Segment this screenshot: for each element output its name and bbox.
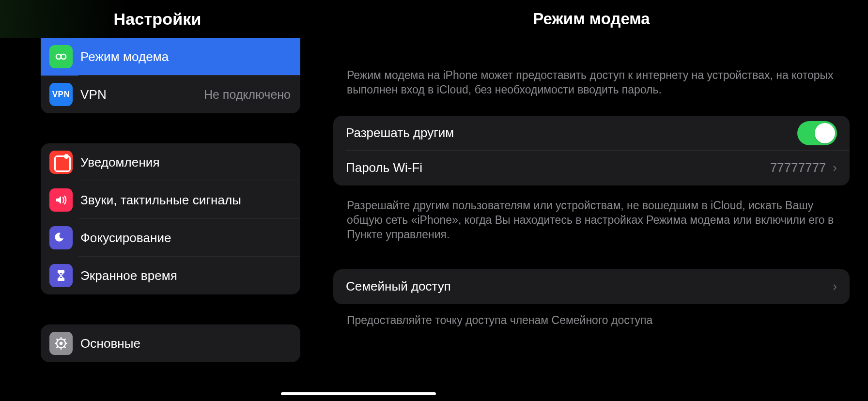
sidebar-item-label: Фокусирование <box>80 231 171 246</box>
svg-line-10 <box>64 339 66 340</box>
sidebar-item-focus[interactable]: Фокусирование <box>41 219 300 257</box>
sidebar-item-label: Уведомления <box>80 155 160 170</box>
hotspot-settings-group: Разрешать другим Пароль Wi-Fi 77777777 › <box>333 116 850 185</box>
sidebar-item-label: Режим модема <box>80 49 169 64</box>
sidebar-item-label: Экранное время <box>80 268 177 283</box>
svg-point-1 <box>61 54 66 59</box>
sidebar-group-general: Основные <box>41 324 300 362</box>
family-sharing-note: Предоставляйте точку доступа членам Семе… <box>333 304 850 327</box>
detail-pane: Режим модема Режим модема на iPhone може… <box>315 0 868 401</box>
chevron-right-icon: › <box>833 160 837 175</box>
chevron-right-icon: › <box>833 279 837 294</box>
sidebar: Настройки Режим модема VPN VPN Не подклю… <box>0 0 315 401</box>
svg-point-0 <box>56 54 61 59</box>
sidebar-item-label: Основные <box>80 336 140 351</box>
vpn-icon: VPN <box>49 83 73 106</box>
wifi-password-label: Пароль Wi-Fi <box>346 160 422 175</box>
svg-line-9 <box>64 347 66 348</box>
sidebar-item-notifications[interactable]: Уведомления <box>41 143 300 181</box>
sidebar-item-hotspot[interactable]: Режим модема <box>41 38 300 76</box>
sidebar-group-network: Режим модема VPN VPN Не подключено <box>41 38 300 113</box>
sidebar-item-vpn[interactable]: VPN VPN Не подключено <box>41 76 300 113</box>
hotspot-icon <box>49 45 73 68</box>
vpn-status: Не подключено <box>204 88 291 102</box>
allow-others-label: Разрешать другим <box>346 125 454 140</box>
wifi-password-value: 77777777 <box>770 160 826 175</box>
allow-others-toggle[interactable] <box>797 121 837 145</box>
sidebar-item-general[interactable]: Основные <box>41 324 300 362</box>
notifications-icon <box>49 151 73 174</box>
svg-line-8 <box>57 339 58 340</box>
sidebar-item-label: Звуки, тактильные сигналы <box>80 193 241 208</box>
hotspot-intro-text: Режим модема на iPhone может предоставит… <box>333 38 850 112</box>
sidebar-item-label: VPN <box>80 87 107 102</box>
general-icon <box>49 332 73 355</box>
allow-others-note: Разрешайте другим пользователям или устр… <box>333 185 850 242</box>
sidebar-header: Настройки <box>0 0 315 38</box>
sounds-icon <box>49 188 73 212</box>
sidebar-group-attention: Уведомления Звуки, тактильные сигналы Фо… <box>41 143 300 294</box>
detail-header: Режим модема <box>315 0 868 38</box>
row-allow-others[interactable]: Разрешать другим <box>333 116 850 151</box>
sidebar-scroll[interactable]: Режим модема VPN VPN Не подключено Уведо… <box>0 38 315 401</box>
sidebar-title: Настройки <box>113 10 201 29</box>
focus-icon <box>49 226 73 249</box>
family-sharing-label: Семейный доступ <box>346 279 451 294</box>
svg-line-11 <box>57 347 58 348</box>
detail-title: Режим модема <box>533 10 650 28</box>
sidebar-item-screentime[interactable]: Экранное время <box>41 257 300 294</box>
settings-split-view: Настройки Режим модема VPN VPN Не подклю… <box>0 0 868 401</box>
home-indicator[interactable] <box>281 392 436 395</box>
svg-point-3 <box>60 342 63 345</box>
sidebar-item-sounds[interactable]: Звуки, тактильные сигналы <box>41 181 300 219</box>
family-sharing-group: Семейный доступ › <box>333 269 850 304</box>
detail-body[interactable]: Режим модема на iPhone может предоставит… <box>315 38 868 401</box>
row-family-sharing[interactable]: Семейный доступ › <box>333 269 850 304</box>
screentime-icon <box>49 264 73 287</box>
row-wifi-password[interactable]: Пароль Wi-Fi 77777777 › <box>333 151 850 185</box>
